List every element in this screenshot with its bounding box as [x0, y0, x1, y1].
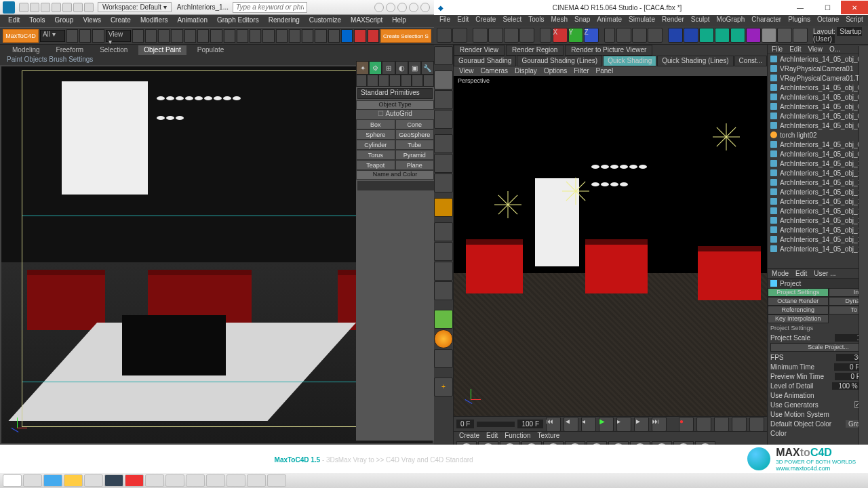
- view-drop[interactable]: View ▾: [106, 30, 131, 42]
- tool-btn[interactable]: [315, 29, 326, 43]
- title-btn[interactable]: [420, 3, 430, 12]
- task-btn[interactable]: [226, 474, 245, 487]
- add-cam[interactable]: [777, 28, 792, 43]
- undo-btn[interactable]: [437, 28, 452, 43]
- obj-item[interactable]: ArchInteriors_14_05_obj_09: [768, 149, 868, 159]
- move-tool[interactable]: [488, 28, 503, 43]
- make-editable[interactable]: [434, 46, 453, 65]
- task-btn[interactable]: [247, 474, 266, 487]
- tab-modify[interactable]: ⚙: [369, 61, 382, 75]
- redo-btn[interactable]: [452, 28, 467, 43]
- goto-start[interactable]: ⏮: [546, 417, 561, 432]
- tool-btn[interactable]: [262, 29, 274, 43]
- menu-snap[interactable]: Snap: [574, 16, 590, 25]
- matmenu[interactable]: Edit: [486, 432, 498, 440]
- task-btn[interactable]: [104, 474, 123, 487]
- tweak-mode[interactable]: [434, 222, 453, 241]
- locked-wp-btn[interactable]: [434, 281, 453, 300]
- brand-chip[interactable]: MaxToC4D: [3, 29, 39, 43]
- prim-plane[interactable]: Plane: [395, 160, 435, 170]
- tool-btn[interactable]: [276, 29, 288, 43]
- menu-group[interactable]: Group: [55, 16, 74, 26]
- qat-btn[interactable]: [19, 3, 28, 12]
- sub-btn[interactable]: [412, 75, 422, 87]
- prev-frame[interactable]: ◂: [581, 417, 596, 432]
- val-lod[interactable]: 100 %: [832, 382, 859, 390]
- obj-item[interactable]: VRayPhysicalCamera01: [768, 64, 868, 73]
- add-prim[interactable]: [668, 28, 683, 43]
- plugin-btn[interactable]: [434, 310, 453, 329]
- menu-rendering[interactable]: Rendering: [269, 16, 300, 26]
- tool-btn[interactable]: [328, 29, 340, 43]
- tool-btn[interactable]: [132, 29, 144, 43]
- workplane-mode[interactable]: [434, 110, 453, 129]
- sub-btn[interactable]: [378, 75, 389, 87]
- attrtab[interactable]: Referencing: [768, 306, 828, 314]
- ribbon-modeling[interactable]: Modeling: [7, 45, 45, 55]
- rvtab[interactable]: Render Region: [506, 45, 564, 56]
- axis-y[interactable]: Y: [568, 28, 583, 43]
- tool-btn[interactable]: [92, 29, 104, 43]
- title-btn[interactable]: [397, 3, 407, 12]
- shtab[interactable]: Gouraud Shading (Lines): [517, 56, 602, 66]
- menu-edit[interactable]: Edit: [8, 16, 20, 26]
- filter-all[interactable]: All ▾: [40, 30, 65, 42]
- tool-btn[interactable]: [79, 29, 91, 43]
- task-btn[interactable]: [186, 474, 205, 487]
- menu-tools[interactable]: Tools: [29, 16, 45, 26]
- tab-hier[interactable]: ⊞: [382, 61, 395, 75]
- menu-animate[interactable]: Animate: [597, 16, 622, 25]
- obj-item[interactable]: ArchInteriors_14_05_obj_11: [768, 168, 868, 178]
- tool-btn[interactable]: [224, 29, 235, 43]
- qat-btn[interactable]: [30, 3, 39, 12]
- recent-tool[interactable]: [540, 28, 551, 43]
- val-prev[interactable]: 0 F: [835, 373, 862, 380]
- time-start[interactable]: 0 F: [456, 420, 474, 428]
- point-mode[interactable]: [434, 134, 453, 153]
- prim-box[interactable]: Box: [356, 119, 395, 129]
- task-btn[interactable]: [125, 474, 144, 487]
- tool-btn[interactable]: [341, 29, 353, 43]
- prim-sphere[interactable]: Sphere: [356, 129, 395, 140]
- workplane-btn[interactable]: [434, 262, 453, 281]
- task-btn[interactable]: [206, 474, 225, 487]
- min-btn[interactable]: —: [787, 1, 814, 14]
- attrtab[interactable]: Key Interpolation: [768, 314, 828, 323]
- axis-z[interactable]: Z: [584, 28, 599, 43]
- obj-item[interactable]: ArchInteriors_14_05_obj_05: [768, 111, 868, 121]
- title-btn[interactable]: [374, 3, 384, 12]
- sub-btn[interactable]: [389, 75, 400, 87]
- menu-create[interactable]: Create: [475, 16, 496, 25]
- task-btn[interactable]: [64, 474, 83, 487]
- menu-sculpt[interactable]: Sculpt: [691, 16, 710, 25]
- ommenu[interactable]: Edit: [789, 45, 801, 53]
- tool-btn[interactable]: [145, 29, 157, 43]
- texture-mode[interactable]: [434, 90, 453, 109]
- app-icon[interactable]: ◆: [434, 4, 448, 12]
- max-btn[interactable]: ☐: [814, 1, 841, 14]
- play-btn[interactable]: ▶: [599, 417, 614, 432]
- scale-project-btn[interactable]: Scale Project...: [770, 343, 868, 352]
- task-btn[interactable]: [23, 474, 42, 487]
- menu-create[interactable]: Create: [111, 16, 131, 26]
- next-key[interactable]: ►: [634, 417, 649, 432]
- ribbon-object paint[interactable]: Object Paint: [138, 45, 186, 55]
- ommenu[interactable]: View: [808, 45, 823, 53]
- menu-modifiers[interactable]: Modifiers: [140, 16, 168, 26]
- obj-item[interactable]: ArchInteriors_14_05_obj_12: [768, 178, 868, 187]
- sub-btn[interactable]: [367, 75, 378, 87]
- tab-motion[interactable]: ◐: [395, 61, 408, 75]
- task-btn[interactable]: [43, 474, 62, 487]
- tool-btn[interactable]: [171, 29, 182, 43]
- rollout-objtype[interactable]: Object Type: [356, 100, 434, 110]
- obj-item[interactable]: ArchInteriors_14_05_obj_17: [768, 225, 868, 235]
- menu-simulate[interactable]: Simulate: [629, 16, 655, 25]
- object-list[interactable]: ArchInteriors_14_05_obj_01VRayPhysicalCa…: [768, 54, 868, 258]
- snap-btn[interactable]: [434, 242, 453, 261]
- prim-cylinder[interactable]: Cylinder: [356, 140, 395, 150]
- prev-key[interactable]: ◄: [564, 417, 578, 432]
- qat-btn[interactable]: [62, 3, 72, 12]
- axis-x[interactable]: X: [553, 28, 568, 43]
- keysel[interactable]: [714, 417, 729, 432]
- tool-btn[interactable]: [368, 29, 379, 43]
